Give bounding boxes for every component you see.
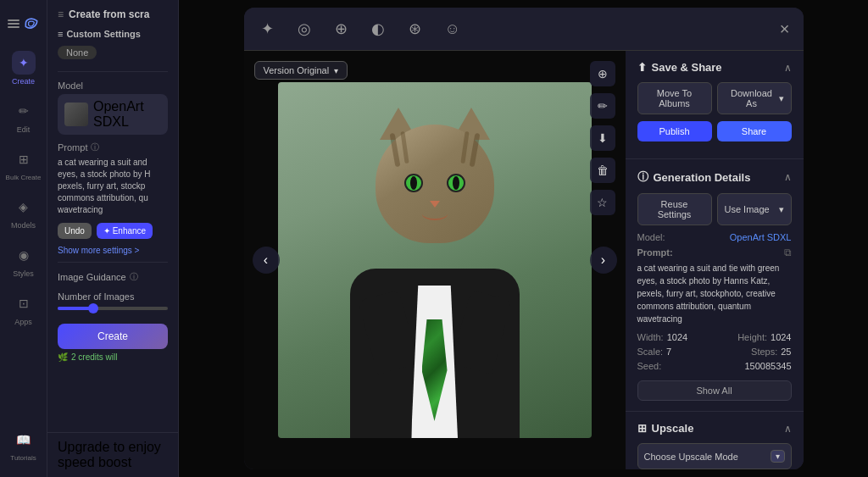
credits-row: 🌿 2 credits will [58, 352, 168, 362]
save-share-chevron[interactable]: ∧ [784, 62, 792, 74]
generated-image [278, 82, 592, 438]
filter-icon[interactable]: ⊛ [405, 16, 425, 42]
create-icon: ✦ [12, 51, 36, 75]
sidebar-header-row: ≡ Create from scra [58, 8, 168, 20]
upscale-section: ⊞ Upscale ∧ Choose Upscale Mode ▾ [626, 412, 804, 469]
num-images-slider[interactable] [58, 307, 168, 310]
width-height-row: Width: 1024 Height: 1024 [637, 332, 792, 342]
create-label: Create [12, 77, 35, 86]
version-chevron: ▾ [334, 66, 338, 75]
divider-2 [58, 262, 168, 263]
sidebar-item-bulk-create[interactable]: ⊞ Bulk Create [0, 141, 47, 188]
enhance-button[interactable]: ✦ Enhance [97, 223, 153, 239]
dialog-body: Version Original ▾ [244, 51, 804, 469]
toolbar-icons: ✦ ◎ ⊕ ◐ ⊛ ☺ [258, 16, 464, 42]
hamburger-icon[interactable] [8, 19, 19, 28]
right-panel: ⬆ Save & Share ∧ Move To Albums Download… [626, 51, 804, 469]
image-guidance-label: Image Guidance ⓘ [58, 271, 168, 283]
reuse-settings-button[interactable]: Reuse Settings [637, 193, 712, 225]
show-more-settings[interactable]: Show more settings > [58, 246, 168, 255]
logo-area [0, 8, 47, 39]
credits-text: 2 credits will [71, 352, 117, 362]
openart-logo-icon [23, 15, 40, 32]
prev-image-button[interactable]: ‹ [253, 247, 280, 274]
prompt-header: Prompt: ⧉ [637, 247, 792, 258]
details-info-icon: ⓘ [637, 169, 648, 185]
cat-eye-left [404, 174, 423, 192]
model-link[interactable]: OpenArt SDXL [730, 232, 792, 242]
sidebar-item-styles[interactable]: ◉ Styles [0, 236, 47, 285]
cat-pupil-right [453, 176, 459, 190]
undo-button[interactable]: Undo [58, 223, 92, 239]
copy-prompt-icon[interactable]: ⧉ [784, 247, 792, 258]
scale-steps-row: Scale: 7 Steps: 25 [637, 347, 792, 357]
magic-wand-icon[interactable]: ✦ [258, 16, 277, 42]
upgrade-link[interactable]: Upgrade [58, 440, 109, 454]
upscale-icon: ⊞ [637, 422, 647, 435]
next-image-button[interactable]: › [590, 247, 617, 274]
apps-icon: ⊡ [12, 291, 36, 315]
save-icon: ⬆ [637, 61, 647, 74]
slider-fill [58, 307, 91, 310]
delete-button[interactable]: 🗑 [590, 158, 615, 183]
download-as-button[interactable]: Download As ▾ [717, 82, 792, 114]
create-button[interactable]: Create [58, 324, 168, 349]
details-chevron[interactable]: ∧ [784, 171, 792, 183]
guidance-info-icon[interactable]: ⓘ [130, 271, 138, 283]
publish-button[interactable]: Publish [637, 121, 712, 141]
edit-image-button[interactable]: ✏ [590, 93, 615, 119]
emoji-icon[interactable]: ☺ [442, 17, 464, 42]
download-button[interactable]: ⬇ [590, 125, 615, 151]
use-image-button[interactable]: Use Image ▾ [717, 193, 792, 225]
model-thumbnail [64, 103, 88, 126]
model-section-label: Model [58, 80, 168, 91]
cat-eyes [404, 174, 465, 192]
sidebar-item-models[interactable]: ◈ Models [0, 188, 47, 236]
sidebar-item-apps[interactable]: ⊡ Apps [0, 285, 47, 333]
version-selector[interactable]: Version Original ▾ [254, 61, 348, 80]
move-to-albums-button[interactable]: Move To Albums [637, 82, 712, 114]
custom-tag: None [58, 44, 168, 64]
generation-action-buttons: Reuse Settings Use Image ▾ [637, 193, 792, 225]
share-button[interactable]: Share [717, 121, 792, 141]
save-share-section: ⬆ Save & Share ∧ Move To Albums Download… [626, 51, 804, 159]
cat-eye-right [447, 174, 465, 192]
prompt-section-label: Prompt ⓘ [58, 141, 168, 153]
seed-row: Seed: 150085345 [637, 361, 792, 371]
zoom-button[interactable]: ⊕ [590, 61, 615, 86]
close-dialog-button[interactable]: × [780, 20, 790, 37]
use-image-arrow: ▾ [779, 204, 784, 215]
styles-label: Styles [13, 269, 34, 278]
cat-head [376, 125, 494, 243]
generation-details-title: ⓘ Generation Details ∧ [637, 169, 792, 185]
show-all-button[interactable]: Show All [637, 380, 792, 401]
model-selector[interactable]: OpenArt SDXL [58, 94, 168, 135]
upscale-title: ⊞ Upscale ∧ [637, 422, 792, 435]
apps-label: Apps [14, 318, 32, 326]
model-row: Model: OpenArt SDXL [637, 232, 792, 242]
choose-upscale-mode-button[interactable]: Choose Upscale Mode ▾ [637, 443, 792, 469]
palette-icon[interactable]: ◐ [368, 16, 388, 42]
favorite-button[interactable]: ☆ [590, 190, 615, 215]
image-dialog: ✦ ◎ ⊕ ◐ ⊛ ☺ × Version Original ▾ [244, 8, 804, 469]
prompt-info-icon[interactable]: ⓘ [91, 141, 99, 153]
leaf-icon: 🌿 [58, 352, 68, 362]
slider-thumb[interactable] [88, 303, 98, 313]
model-name: OpenArt SDXL [93, 99, 161, 130]
sidebar-item-tutorials[interactable]: 📖 Tutorials [0, 421, 47, 469]
num-images-label: Number of Images [58, 291, 168, 302]
divider-1 [58, 71, 168, 72]
dialog-toolbar: ✦ ◎ ⊕ ◐ ⊛ ☺ × [244, 8, 804, 51]
sidebar-item-edit[interactable]: ✏ Edit [0, 92, 47, 141]
transform-icon[interactable]: ⊕ [331, 16, 351, 42]
create-from-scratch-title: Create from scra [69, 8, 149, 20]
main-content: ✦ ◎ ⊕ ◐ ⊛ ☺ × Version Original ▾ [179, 0, 868, 477]
form-content: ≡ Create from scra ≡ Custom Settings Non… [47, 0, 178, 432]
color-wheel-icon[interactable]: ◎ [294, 16, 314, 42]
generation-details-section: ⓘ Generation Details ∧ Reuse Settings Us… [626, 159, 804, 412]
download-dropdown-arrow: ▾ [779, 93, 784, 104]
tutorials-icon: 📖 [12, 428, 36, 452]
sidebar-item-create[interactable]: ✦ Create [0, 44, 47, 92]
upscale-chevron[interactable]: ∧ [784, 423, 792, 435]
upscale-dropdown-arrow: ▾ [771, 450, 785, 463]
